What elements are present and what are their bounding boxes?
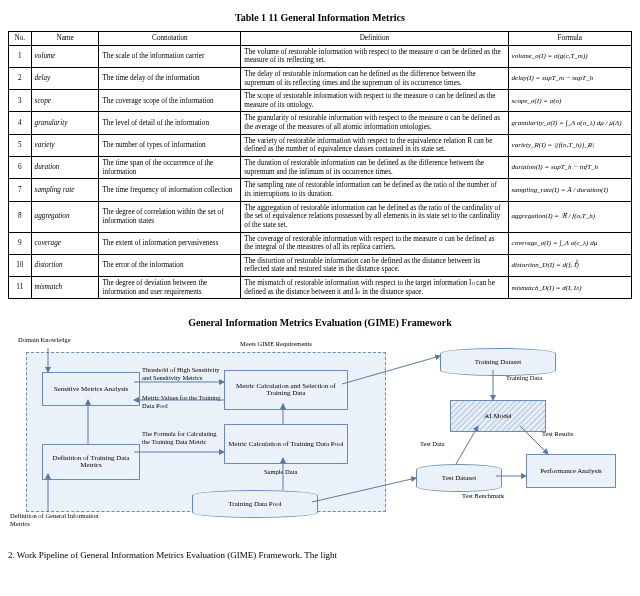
label-training-data: Training Data [506,374,566,381]
label-domain: Domain Knowledge [18,336,78,343]
cell-name: sampling rate [31,179,99,201]
table-row: 11mismatchThe degree of deviation betwee… [9,277,632,299]
box-def-training-metrics: Definition of Training Data Metrics [42,444,140,480]
label-test-results: Test Results [542,430,602,437]
table-row: 7sampling rateThe time frequency of info… [9,179,632,201]
cell-def: The sampling rate of restorable informat… [241,179,508,201]
cell-formula: coverage_σ(I) = ∫_Λ σ(c_λ) dμ [508,232,631,254]
th-def: Definition [241,32,508,46]
cell-def: The variety of restorable information wi… [241,134,508,156]
cell-conn: The scale of the information carrier [99,45,241,67]
cell-formula: aggregation(I) = ℜ / f(o,T_h) [508,201,631,232]
cell-def: The scope of restorable information with… [241,90,508,112]
cell-def: The aggregation of restorable informatio… [241,201,508,232]
table-row: 4granularityThe level of detail of the i… [9,112,632,134]
box-metric-calc-pool: Metric Calculation of Training Data Pool [224,424,348,464]
cell-def: The distortion of restorable information… [241,254,508,276]
cell-formula: volume_σ(I) = σ(g(c,T_m)) [508,45,631,67]
label-defgen: Definition of General Information Metric… [10,512,100,526]
cell-no: 2 [9,67,32,89]
cell-formula: sampling_rate(I) = Ā / duration(I) [508,179,631,201]
cell-conn: The extent of information pervasiveness [99,232,241,254]
cell-name: scope [31,90,99,112]
cell-conn: The degree of deviation between the info… [99,277,241,299]
label-metric-values: Metric Values for the Training Data Pool [142,394,222,408]
cell-formula: delay(I) = supT_m − supT_h [508,67,631,89]
cell-no: 9 [9,232,32,254]
label-test-data: Test Data [420,440,470,447]
cell-no: 6 [9,157,32,179]
figure: Domain Knowledge Definition of General I… [8,334,632,544]
cell-conn: The degree of correlation within the set… [99,201,241,232]
cell-conn: The level of detail of the information [99,112,241,134]
th-form: Formula [508,32,631,46]
cell-no: 1 [9,45,32,67]
cell-conn: The time frequency of information collec… [99,179,241,201]
cell-formula: duration(I) = supT_h − infT_h [508,157,631,179]
cell-no: 7 [9,179,32,201]
box-sensitive-metrics: Sensitive Metrics Analysis [42,372,140,406]
table-row: 9coverageThe extent of information perva… [9,232,632,254]
cell-name: duration [31,157,99,179]
cell-conn: The coverage scope of the information [99,90,241,112]
label-meets: Meets GIME Requirements [240,340,360,347]
cell-name: aggregation [31,201,99,232]
label-sample: Sample Data [264,468,324,475]
cell-no: 10 [9,254,32,276]
th-name: Name [31,32,99,46]
table-row: 3scopeThe coverage scope of the informat… [9,90,632,112]
cell-def: The granularity of restorable informatio… [241,112,508,134]
table-row: 5varietyThe number of types of informati… [9,134,632,156]
cell-formula: scope_σ(I) = σ(o) [508,90,631,112]
box-ai-model: AI Model [450,400,546,432]
figure-caption: 2. Work Pipeline of General Information … [8,550,632,560]
cell-def: The coverage of restorable information w… [241,232,508,254]
box-metric-calc-select: Metric Calculation and Selection of Trai… [224,370,348,410]
cell-formula: variety_R(I) = |{f(o,T_h)}_R| [508,134,631,156]
label-formula: The Formula for Calculating the Training… [142,430,222,444]
th-conn: Connotation [99,32,241,46]
cell-def: The duration of restorable information c… [241,157,508,179]
cell-def: The delay of restorable information can … [241,67,508,89]
figure-title: General Information Metrics Evaluation (… [8,317,632,328]
cell-def: The volume of restorable information wit… [241,45,508,67]
table-row: 1volumeThe scale of the information carr… [9,45,632,67]
cell-formula: mismatch_D(I) = d(I, I₀) [508,277,631,299]
cyl-training-pool: Training Data Pool [192,490,318,518]
table-row: 6durationThe time span of the occurrence… [9,157,632,179]
metrics-table: No. Name Connotation Definition Formula … [8,31,632,299]
table-caption: Table 1 11 General Information Metrics [8,12,632,23]
cell-no: 11 [9,277,32,299]
cell-name: distortion [31,254,99,276]
cell-name: coverage [31,232,99,254]
cell-no: 8 [9,201,32,232]
cell-def: The mismatch of restorable information w… [241,277,508,299]
cell-name: mismatch [31,277,99,299]
table-row: 2delayThe time delay of the informationT… [9,67,632,89]
cyl-test-dataset: Test Dataset [416,464,502,492]
th-no: No. [9,32,32,46]
box-performance: Performance Analysis [526,454,616,488]
cell-conn: The time span of the occurrence of the i… [99,157,241,179]
cell-no: 4 [9,112,32,134]
cell-formula: distortion_D(I) = d(f, f̂) [508,254,631,276]
cell-conn: The number of types of information [99,134,241,156]
cell-conn: The error of the information [99,254,241,276]
cell-conn: The time delay of the information [99,67,241,89]
cell-name: delay [31,67,99,89]
cell-name: volume [31,45,99,67]
cell-no: 5 [9,134,32,156]
cell-name: variety [31,134,99,156]
label-threshold: Threshold of High Sensitivity and Sensit… [142,366,222,380]
table-row: 8aggregationThe degree of correlation wi… [9,201,632,232]
table-row: 10distortionThe error of the information… [9,254,632,276]
label-test-benchmark: Test Benchmark [462,492,542,499]
cyl-training-dataset: Training Dataset [440,348,556,376]
cell-name: granularity [31,112,99,134]
cell-no: 3 [9,90,32,112]
cell-formula: granularity_σ(I) = ∫_Λ σ(o_λ) dμ / μ(Λ) [508,112,631,134]
